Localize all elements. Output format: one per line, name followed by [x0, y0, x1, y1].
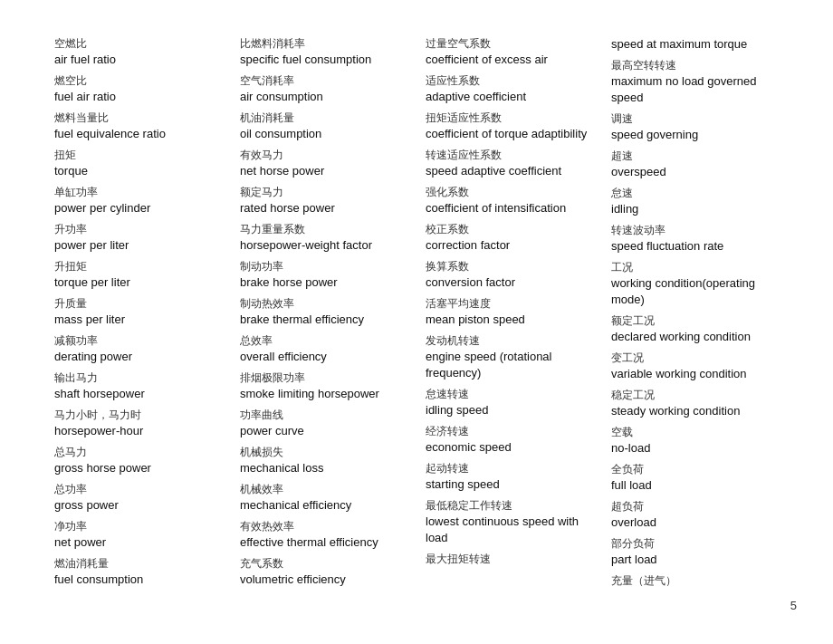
chinese-text: 扭矩适应性系数: [426, 111, 593, 126]
english-text: specific fuel consumption: [240, 52, 407, 68]
list-item: 升功率power per liter: [54, 222, 222, 254]
english-text: smoke limiting horsepower: [240, 386, 407, 402]
chinese-text: 总马力: [54, 445, 222, 460]
english-text: fuel air ratio: [54, 89, 222, 105]
chinese-text: 燃油消耗量: [54, 556, 222, 572]
english-text: torque per liter: [54, 274, 222, 291]
chinese-text: 工况: [611, 260, 779, 275]
chinese-text: 净功率: [54, 519, 222, 534]
chinese-text: 超负荷: [611, 499, 779, 514]
list-item: 发动机转速engine speed (rotational frequency): [426, 333, 593, 381]
english-text: volumetric efficiency: [240, 572, 407, 588]
chinese-text: 制动热效率: [240, 296, 407, 312]
chinese-text: 机油消耗量: [240, 111, 407, 126]
english-text: declared working condition: [611, 329, 779, 345]
english-text: economic speed: [426, 439, 593, 456]
chinese-text: 比燃料消耗率: [240, 36, 407, 52]
chinese-text: 发动机转速: [426, 333, 593, 349]
english-text: gross horse power: [54, 460, 222, 476]
list-item: 怠速转速idling speed: [426, 387, 593, 418]
chinese-text: 空载: [611, 425, 779, 440]
english-text: net horse power: [240, 163, 407, 179]
english-text: correction factor: [426, 237, 593, 254]
page-number: 5: [790, 599, 797, 612]
list-item: 扭矩适应性系数coefficient of torque adaptibilit…: [426, 111, 593, 142]
list-item: 总马力gross horse power: [54, 445, 222, 476]
english-text: effective thermal efficiency: [240, 534, 407, 551]
list-item: 强化系数coefficient of intensification: [426, 185, 593, 216]
chinese-text: 换算系数: [426, 259, 593, 274]
chinese-text: 空燃比: [54, 36, 222, 52]
list-item: 空气消耗率air consumption: [240, 73, 407, 105]
list-item: 充气系数volumetric efficiency: [240, 556, 407, 588]
list-item: 马力小时，马力时horsepower-hour: [54, 408, 222, 439]
list-item: 机油消耗量oil consumption: [240, 111, 407, 142]
chinese-text: 充气系数: [240, 556, 407, 572]
list-item: 马力重量系数horsepower-weight factor: [240, 222, 407, 254]
list-item: 额定工况declared working condition: [611, 313, 779, 345]
list-item: 转速适应性系数speed adaptive coefficient: [426, 148, 593, 179]
english-text: air consumption: [240, 89, 407, 105]
chinese-text: 升质量: [54, 296, 222, 312]
list-item: 最低稳定工作转速lowest continuous speed with loa…: [426, 498, 593, 546]
list-item: 转速波动率speed fluctuation rate: [611, 223, 779, 255]
english-text: power per cylinder: [54, 200, 222, 216]
chinese-text: 适应性系数: [426, 73, 593, 89]
list-item: 机械效率mechanical efficiency: [240, 482, 407, 514]
english-text: gross power: [54, 497, 222, 514]
list-item: 充量（进气）: [611, 573, 779, 589]
chinese-text: 最高空转转速: [611, 58, 779, 73]
english-text: engine speed (rotational frequency): [426, 349, 593, 381]
list-item: 减额功率derating power: [54, 333, 222, 365]
list-item: 空载no-load: [611, 425, 779, 457]
english-text: conversion factor: [426, 274, 593, 291]
list-item: 适应性系数adaptive coefficient: [426, 73, 593, 105]
english-text: speed fluctuation rate: [611, 238, 779, 255]
english-text: coefficient of torque adaptibility: [426, 126, 593, 142]
chinese-text: 转速适应性系数: [426, 148, 593, 163]
english-text: coefficient of intensification: [426, 200, 593, 216]
chinese-text: 单缸功率: [54, 185, 222, 200]
list-item: 升质量mass per liter: [54, 296, 222, 328]
list-item: 单缸功率power per cylinder: [54, 185, 222, 216]
english-text: lowest continuous speed with load: [426, 514, 593, 546]
chinese-text: 怠速转速: [426, 387, 593, 402]
english-text: fuel consumption: [54, 572, 222, 588]
english-text: rated horse power: [240, 200, 407, 216]
list-item: 排烟极限功率smoke limiting horsepower: [240, 370, 407, 402]
english-text: maximum no load governed speed: [611, 73, 779, 106]
chinese-text: 减额功率: [54, 333, 222, 349]
list-item: 有效马力net horse power: [240, 148, 407, 179]
english-text: full load: [611, 477, 779, 494]
chinese-text: 转速波动率: [611, 223, 779, 238]
english-text: horsepower-hour: [54, 423, 222, 439]
chinese-text: 总效率: [240, 333, 407, 349]
chinese-text: 有效马力: [240, 148, 407, 163]
list-item: 比燃料消耗率specific fuel consumption: [240, 36, 407, 68]
english-text: brake horse power: [240, 274, 407, 291]
chinese-text: 最大扭矩转速: [426, 552, 593, 567]
chinese-text: 过量空气系数: [426, 36, 593, 52]
chinese-text: 超速: [611, 149, 779, 164]
list-item: 超速overspeed: [611, 149, 779, 180]
english-text: overall efficiency: [240, 349, 407, 365]
english-text: speed at maximum torque: [611, 36, 779, 53]
list-item: 最大扭矩转速: [426, 552, 593, 567]
english-text: overload: [611, 514, 779, 531]
english-text: speed adaptive coefficient: [426, 163, 593, 179]
english-text: mean piston speed: [426, 312, 593, 328]
chinese-text: 强化系数: [426, 185, 593, 200]
list-item: 调速speed governing: [611, 111, 779, 143]
english-text: derating power: [54, 349, 222, 365]
chinese-text: 充量（进气）: [611, 573, 779, 589]
chinese-text: 功率曲线: [240, 408, 407, 423]
chinese-text: 升功率: [54, 222, 222, 237]
chinese-text: 有效热效率: [240, 519, 407, 534]
list-item: 燃油消耗量fuel consumption: [54, 556, 222, 588]
english-text: fuel equivalence ratio: [54, 126, 222, 142]
english-text: overspeed: [611, 164, 779, 180]
english-text: power per liter: [54, 237, 222, 254]
chinese-text: 机械效率: [240, 482, 407, 497]
list-item: 最高空转转速maximum no load governed speed: [611, 58, 779, 106]
english-text: part load: [611, 552, 779, 568]
